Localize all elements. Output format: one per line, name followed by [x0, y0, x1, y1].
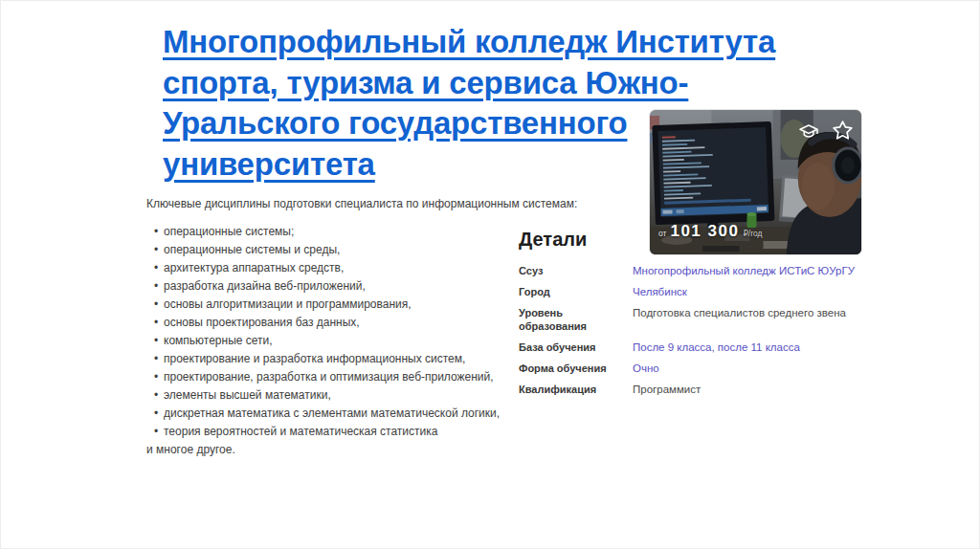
- list-item: операционные системы и среды,: [164, 241, 546, 259]
- detail-row-education-level: Уровень образования Подготовка специалис…: [519, 306, 868, 333]
- detail-value: Подготовка специалистов среднего звена: [633, 306, 846, 333]
- list-item: основы алгоритмизации и программирования…: [164, 296, 546, 314]
- list-item: элементы высшей математики,: [164, 386, 546, 405]
- list-item: компьютерные сети,: [164, 332, 546, 350]
- graduation-cap-icon: [799, 122, 819, 142]
- detail-value-link[interactable]: Многопрофильный колледж ИСТиС ЮУрГУ: [633, 264, 855, 277]
- list-item: основы проектирования баз данных,: [164, 314, 546, 332]
- detail-value: Программист: [633, 383, 701, 396]
- intro-text: Ключевые дисциплины подготовки специалис…: [146, 196, 577, 211]
- list-item: архитектура аппаратных средств,: [164, 259, 546, 277]
- detail-value-link[interactable]: Очно: [633, 362, 659, 375]
- detail-label: Уровень образования: [519, 306, 633, 333]
- details-heading: Детали: [519, 228, 868, 251]
- detail-label: Форма обучения: [519, 362, 633, 375]
- detail-value-link[interactable]: Челябинск: [633, 285, 687, 298]
- list-item: дискретная математика с элементами матем…: [164, 405, 546, 423]
- list-item: проектирование, разработка и оптимизация…: [164, 368, 546, 386]
- detail-label: Ссуз: [519, 264, 633, 277]
- detail-label: База обучения: [519, 340, 633, 354]
- detail-value-link[interactable]: После 9 класса, после 11 класса: [633, 340, 800, 354]
- detail-row-qualification: Квалификация Программист: [519, 383, 868, 396]
- list-item: операционные системы;: [164, 223, 546, 241]
- details-panel: Детали Ссуз Многопрофильный колледж ИСТи…: [519, 228, 868, 404]
- detail-row-base: База обучения После 9 класса, после 11 к…: [519, 340, 868, 354]
- detail-row-city: Город Челябинск: [519, 285, 868, 298]
- list-item: теория вероятностей и математическая ста…: [164, 423, 546, 441]
- detail-row-study-form: Форма обучения Очно: [519, 362, 868, 375]
- detail-label: Город: [519, 285, 633, 298]
- disciplines-list: операционные системы; операционные систе…: [164, 223, 546, 441]
- list-item: разработка дизайна веб-приложений,: [164, 277, 546, 296]
- detail-row-ssuz: Ссуз Многопрофильный колледж ИСТиС ЮУрГУ: [519, 264, 868, 277]
- slide-canvas: Многопрофильный колледж Института спорта…: [0, 0, 980, 549]
- list-item: проектирование и разработка информационн…: [164, 350, 546, 368]
- star-icon[interactable]: [833, 121, 853, 140]
- outro-text: и многое другое.: [146, 442, 235, 457]
- detail-label: Квалификация: [519, 383, 633, 396]
